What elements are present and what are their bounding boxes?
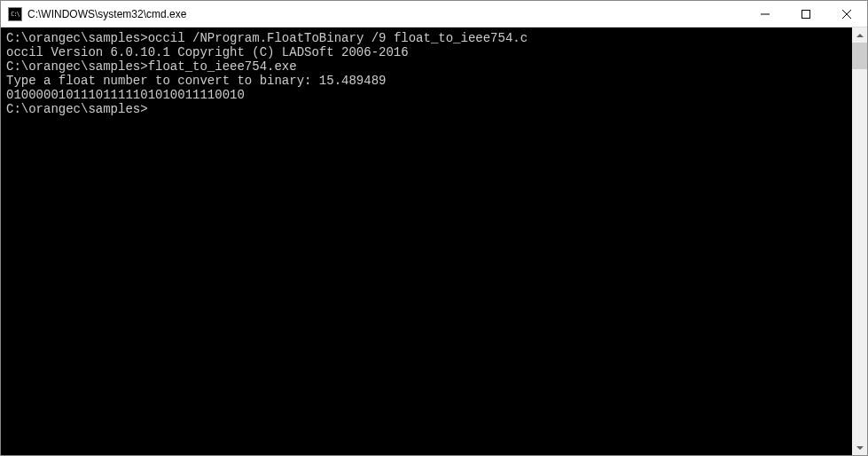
console-line: occil Version 6.0.10.1 Copyright (C) LAD… bbox=[6, 45, 847, 59]
prompt: C:\orangec\samples> bbox=[6, 31, 148, 45]
scroll-down-arrow[interactable] bbox=[852, 440, 867, 455]
prompt: C:\orangec\samples> bbox=[6, 102, 148, 116]
command-text: occil /NProgram.FloatToBinary /9 float_t… bbox=[148, 31, 528, 45]
console-line: Type a float number to convert to binary… bbox=[6, 74, 847, 88]
svg-rect-1 bbox=[802, 10, 810, 18]
scrollbar-track[interactable] bbox=[852, 43, 867, 440]
chevron-down-icon bbox=[856, 446, 864, 450]
console-line: C:\orangec\samples>occil /NProgram.Float… bbox=[6, 31, 847, 45]
scroll-up-arrow[interactable] bbox=[852, 28, 867, 43]
chevron-up-icon bbox=[856, 34, 864, 37]
console-output[interactable]: C:\orangec\samples>occil /NProgram.Float… bbox=[1, 28, 852, 455]
maximize-button[interactable] bbox=[786, 1, 826, 27]
console-line: 01000001011101111101010011110010 bbox=[6, 88, 847, 102]
vertical-scrollbar[interactable] bbox=[852, 28, 867, 455]
titlebar[interactable]: C:\ C:\WINDOWS\system32\cmd.exe bbox=[1, 1, 867, 28]
maximize-icon bbox=[802, 10, 810, 19]
window-title: C:\WINDOWS\system32\cmd.exe bbox=[27, 8, 745, 20]
close-icon bbox=[842, 10, 851, 19]
cmd-icon: C:\ bbox=[8, 7, 22, 21]
prompt: C:\orangec\samples> bbox=[6, 59, 148, 74]
scrollbar-thumb[interactable] bbox=[852, 43, 867, 69]
minimize-icon bbox=[761, 10, 770, 19]
console-line: C:\orangec\samples> bbox=[6, 102, 847, 116]
console-wrapper: C:\orangec\samples>occil /NProgram.Float… bbox=[1, 28, 867, 455]
console-line: C:\orangec\samples>float_to_ieee754.exe bbox=[6, 59, 847, 74]
window-controls bbox=[745, 1, 867, 27]
command-text: float_to_ieee754.exe bbox=[148, 59, 297, 74]
minimize-button[interactable] bbox=[745, 1, 786, 27]
close-button[interactable] bbox=[826, 1, 867, 27]
